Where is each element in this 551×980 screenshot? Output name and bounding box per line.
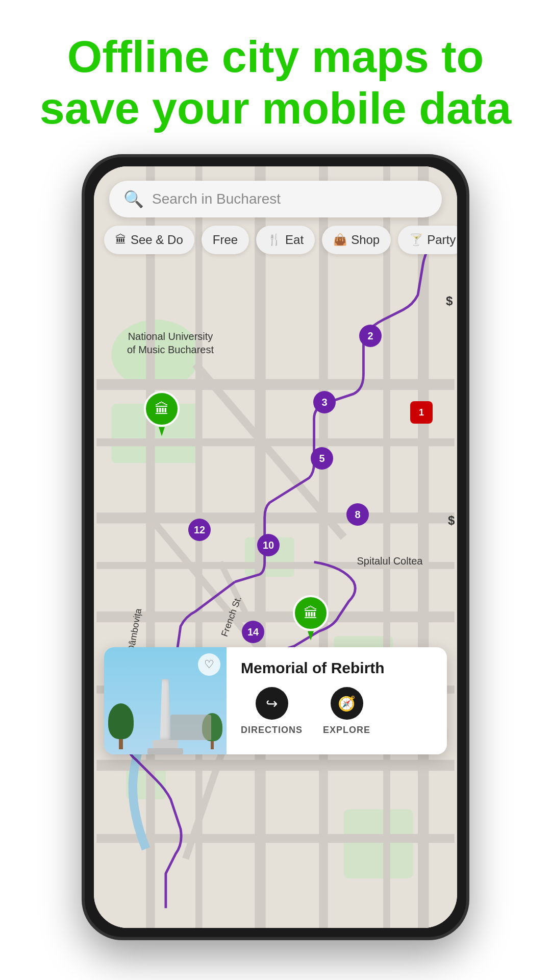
bag-icon: 👜 <box>333 233 347 247</box>
filter-party[interactable]: 🍸 Party <box>398 226 457 254</box>
svg-rect-18 <box>319 166 328 928</box>
filter-eat[interactable]: 🍴 Eat <box>256 226 315 254</box>
map-area: 🔍 Search in Bucharest 🏛 See & Do Free 🍴 … <box>94 166 457 928</box>
filter-shop[interactable]: 👜 Shop <box>322 226 391 254</box>
card-content: ♡ Memorial of Rebirth ↪ DIRECTIONS <box>104 647 447 754</box>
search-icon: 🔍 <box>123 189 144 209</box>
filter-eat-label: Eat <box>285 233 304 247</box>
svg-rect-15 <box>146 166 155 928</box>
search-input[interactable]: Search in Bucharest <box>152 191 281 207</box>
map-dollar-1: $ <box>446 294 453 308</box>
museum-icon: 🏛 <box>115 233 127 247</box>
filter-party-label: Party <box>427 233 456 247</box>
filter-see-do[interactable]: 🏛 See & Do <box>104 226 194 254</box>
directions-label: DIRECTIONS <box>241 725 303 736</box>
place-card: ♡ Memorial of Rebirth ↪ DIRECTIONS <box>104 647 447 754</box>
filter-shop-label: Shop <box>351 233 380 247</box>
directions-arrow-icon: ↪ <box>266 695 278 712</box>
card-actions: ↪ DIRECTIONS 🧭 EXPLORE <box>241 687 433 736</box>
fork-icon: 🍴 <box>267 233 281 247</box>
card-image: ♡ <box>104 647 227 754</box>
cocktail-icon: 🍸 <box>409 233 423 247</box>
green-pin-museum-2[interactable]: 🏛 <box>293 595 329 640</box>
map-label-spital: Spitalul Coltea <box>344 554 436 568</box>
svg-rect-6 <box>344 810 413 879</box>
card-info: Memorial of Rebirth ↪ DIRECTIONS <box>227 647 447 754</box>
filter-see-do-label: See & Do <box>131 233 183 247</box>
explore-icon-circle: 🧭 <box>331 687 363 720</box>
directions-button[interactable]: ↪ DIRECTIONS <box>241 687 303 736</box>
place-name: Memorial of Rebirth <box>241 659 433 677</box>
svg-rect-19 <box>383 166 390 928</box>
map-label-university: National Universityof Music Bucharest <box>119 330 221 356</box>
hero-title: Offline city maps to save your mobile da… <box>31 31 520 134</box>
explore-label: EXPLORE <box>323 725 370 736</box>
phone-mockup: 🔍 Search in Bucharest 🏛 See & Do Free 🍴 … <box>0 154 551 940</box>
explore-button[interactable]: 🧭 EXPLORE <box>323 687 370 736</box>
filter-free[interactable]: Free <box>202 226 249 254</box>
filter-pills: 🏛 See & Do Free 🍴 Eat 👜 Shop <box>104 226 447 254</box>
compass-explore-icon: 🧭 <box>338 695 356 712</box>
heart-icon: ♡ <box>204 658 214 671</box>
search-bar[interactable]: 🔍 Search in Bucharest <box>109 181 442 217</box>
map-dollar-2: $ <box>448 513 455 528</box>
hero-section: Offline city maps to save your mobile da… <box>0 0 551 154</box>
directions-icon-circle: ↪ <box>256 687 288 720</box>
green-pin-museum-1[interactable]: 🏛 <box>144 391 180 436</box>
filter-free-label: Free <box>213 233 238 247</box>
phone-frame: 🔍 Search in Bucharest 🏛 See & Do Free 🍴 … <box>82 154 469 940</box>
phone-screen: 🔍 Search in Bucharest 🏛 See & Do Free 🍴 … <box>94 166 457 928</box>
map-red-badge: 1 <box>410 401 433 424</box>
